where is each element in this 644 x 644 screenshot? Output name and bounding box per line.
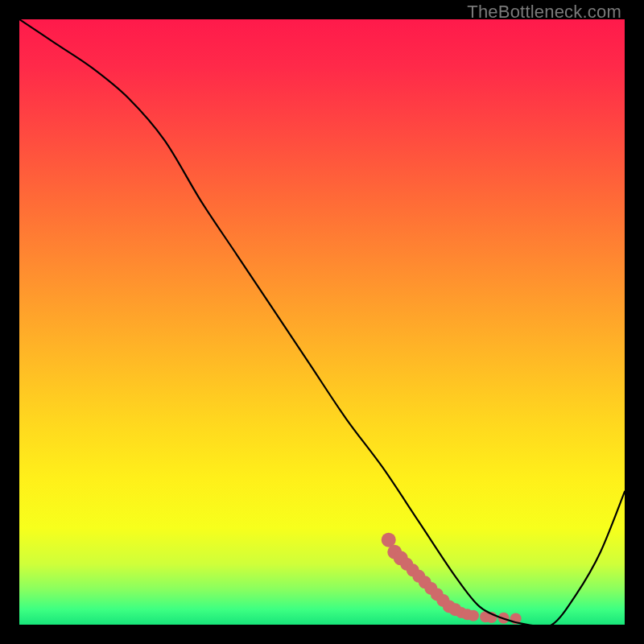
gradient-background	[19, 19, 625, 625]
plot-area	[19, 19, 625, 625]
marker-dot	[468, 610, 479, 621]
watermark-text: TheBottleneck.com	[467, 2, 621, 23]
chart-svg	[19, 19, 625, 625]
chart-frame	[19, 19, 625, 625]
